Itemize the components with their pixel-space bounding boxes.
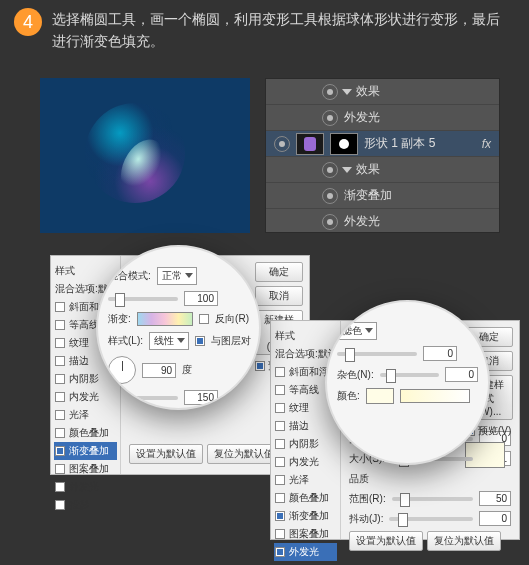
reverse-checkbox[interactable] (199, 314, 209, 324)
canvas-preview (40, 78, 250, 233)
gradient-picker[interactable] (137, 312, 193, 326)
visibility-toggle-icon[interactable] (322, 188, 338, 204)
style-item[interactable]: 颜色叠加 (274, 489, 337, 507)
layer-thumbnail-icon (296, 133, 324, 155)
disclosure-icon (342, 167, 352, 173)
style-list-header: 样式 (54, 262, 117, 280)
style-item[interactable]: 颜色叠加 (54, 424, 117, 442)
noise-slider[interactable] (380, 373, 439, 377)
opacity-slider[interactable] (337, 352, 417, 356)
style-list-header: 样式 (274, 327, 337, 345)
jitter-label: 抖动(J): (349, 512, 383, 526)
jitter-value[interactable]: 0 (479, 511, 511, 526)
gradient-label: 渐变: (108, 312, 131, 326)
layer-label: 渐变叠加 (344, 187, 392, 204)
opacity-value[interactable]: 100 (184, 291, 218, 306)
make-default-button[interactable]: 设置为默认值 (349, 531, 423, 551)
style-item[interactable]: 光泽 (54, 406, 117, 424)
style-item[interactable]: 内发光 (274, 453, 337, 471)
layer-outerglow-row[interactable]: 外发光 (266, 105, 499, 131)
fx-badge[interactable]: fx (482, 137, 491, 151)
disclosure-icon (342, 89, 352, 95)
style-item[interactable]: 渐变叠加 (274, 507, 337, 525)
gradient-picker[interactable] (400, 389, 470, 403)
opacity-slider[interactable] (108, 297, 178, 301)
visibility-toggle-icon[interactable] (274, 136, 290, 152)
layer-label: 效果 (356, 161, 380, 178)
style-item-selected[interactable]: 外发光 (274, 543, 337, 561)
ok-button[interactable]: 确定 (255, 262, 303, 282)
align-checkbox[interactable] (195, 336, 205, 346)
range-label: 范围(R): (349, 492, 386, 506)
layer-shape-row[interactable]: 形状 1 副本 5 fx (266, 131, 499, 157)
visibility-toggle-icon[interactable] (322, 214, 338, 230)
gradient-sphere (85, 103, 185, 203)
layer-label: 外发光 (344, 109, 380, 126)
range-value[interactable]: 50 (479, 491, 511, 506)
section-label: 品质 (349, 472, 511, 486)
style-item[interactable]: 投影 (274, 561, 337, 565)
layer-label: 效果 (356, 83, 380, 100)
layer-label: 外发光 (344, 213, 380, 230)
visibility-toggle-icon[interactable] (322, 84, 338, 100)
style-item[interactable]: 外发光 (54, 478, 117, 496)
opacity-value[interactable]: 0 (423, 346, 457, 361)
noise-value[interactable]: 0 (445, 367, 479, 382)
magnifier-gradient-overlay: 混合模式:正常 100 渐变:反向(R) 样式(L):线性与图层对 90度 15… (96, 245, 261, 410)
visibility-toggle-icon[interactable] (322, 162, 338, 178)
style-item[interactable]: 光泽 (274, 471, 337, 489)
layer-gradoverlay-row[interactable]: 渐变叠加 (266, 183, 499, 209)
preview-label: 预览(V) (478, 424, 511, 438)
magnifier-outer-glow: 滤色 0 杂色(N):0 颜色: (325, 300, 490, 465)
style-item[interactable]: 内阴影 (274, 435, 337, 453)
layers-panel: 效果 外发光 形状 1 副本 5 fx 效果 渐变叠加 外发光 (265, 78, 500, 233)
reverse-label: 反向(R) (215, 312, 249, 326)
layer-label: 形状 1 副本 5 (364, 135, 435, 152)
layer-outerglow-row[interactable]: 外发光 (266, 209, 499, 233)
step-number-badge: 4 (14, 8, 42, 36)
cancel-button[interactable]: 取消 (255, 286, 303, 306)
style-item-selected[interactable]: 渐变叠加 (54, 442, 117, 460)
range-slider[interactable] (392, 497, 474, 501)
visibility-toggle-icon[interactable] (322, 110, 338, 126)
style-item[interactable]: 描边 (274, 417, 337, 435)
preview-checkbox[interactable] (255, 361, 265, 371)
color-swatch[interactable] (366, 388, 394, 404)
step-instruction: 选择椭圆工具，画一个椭圆，利用变形工具根据球体形状进行变形，最后进行渐变色填充。 (52, 8, 509, 53)
noise-label: 杂色(N): (337, 368, 374, 382)
reset-default-button[interactable]: 复位为默认值 (427, 531, 501, 551)
layer-effects-row[interactable]: 效果 (266, 79, 499, 105)
angle-value[interactable]: 90 (142, 363, 176, 378)
jitter-slider[interactable] (389, 517, 472, 521)
angle-unit: 度 (182, 363, 192, 377)
layer-mask-icon (330, 133, 358, 155)
glowcolor-label: 颜色: (337, 389, 360, 403)
layer-effects-row[interactable]: 效果 (266, 157, 499, 183)
style-label: 样式(L): (108, 334, 143, 348)
style-item[interactable]: 内阴影 (54, 370, 117, 388)
align-label: 与图层对 (211, 334, 251, 348)
style-item[interactable]: 内发光 (54, 388, 117, 406)
style-item[interactable]: 投影 (54, 496, 117, 514)
make-default-button[interactable]: 设置为默认值 (129, 444, 203, 464)
preview-swatch (465, 442, 505, 468)
blendmode-dropdown[interactable]: 正常 (157, 267, 197, 285)
style-item[interactable]: 图案叠加 (54, 460, 117, 478)
gradient-style-dropdown[interactable]: 线性 (149, 332, 189, 350)
style-item[interactable]: 图案叠加 (274, 525, 337, 543)
